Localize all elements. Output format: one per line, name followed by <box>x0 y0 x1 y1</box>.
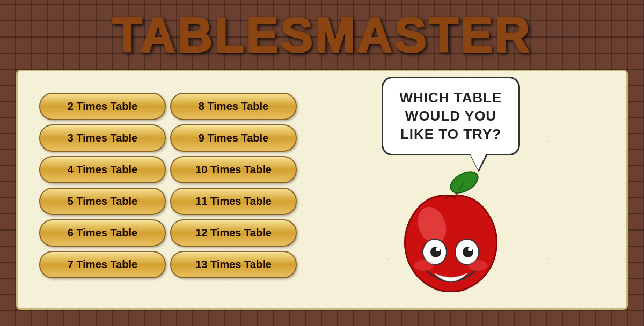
btn-12-button[interactable]: 12 Times Table <box>170 219 297 247</box>
speech-bubble: WHICH TABLE WOULD YOU LIKE TO TRY? <box>382 77 519 155</box>
apple-character <box>384 166 518 300</box>
speech-line2: WOULD YOU <box>405 108 496 124</box>
btn-3-button[interactable]: 3 Times Table <box>39 124 166 152</box>
speech-line1: WHICH TABLE <box>399 90 502 106</box>
svg-point-8 <box>468 247 472 251</box>
btn-10-button[interactable]: 10 Times Table <box>170 156 297 183</box>
header: TABLESMASTER <box>0 0 644 70</box>
svg-point-9 <box>414 260 434 271</box>
svg-point-6 <box>436 247 440 251</box>
right-area: WHICH TABLE WOULD YOU LIKE TO TRY? <box>297 77 605 300</box>
outer-border: TABLESMASTER 2 Times Table8 Times Table3… <box>0 0 644 326</box>
btn-2-button[interactable]: 2 Times Table <box>39 93 166 120</box>
btn-4-button[interactable]: 4 Times Table <box>39 156 166 183</box>
main-content: 2 Times Table8 Times Table3 Times Table9… <box>16 70 628 310</box>
app-title: TABLESMASTER <box>112 8 531 63</box>
btn-13-button[interactable]: 13 Times Table <box>170 251 297 278</box>
buttons-grid: 2 Times Table8 Times Table3 Times Table9… <box>39 93 297 278</box>
btn-5-button[interactable]: 5 Times Table <box>39 188 166 215</box>
btn-6-button[interactable]: 6 Times Table <box>39 219 166 247</box>
btn-7-button[interactable]: 7 Times Table <box>39 251 166 278</box>
speech-line3: LIKE TO TRY? <box>400 126 501 142</box>
svg-point-10 <box>468 260 487 271</box>
btn-8-button[interactable]: 8 Times Table <box>170 93 297 120</box>
btn-11-button[interactable]: 11 Times Table <box>170 188 297 215</box>
btn-9-button[interactable]: 9 Times Table <box>170 124 297 152</box>
